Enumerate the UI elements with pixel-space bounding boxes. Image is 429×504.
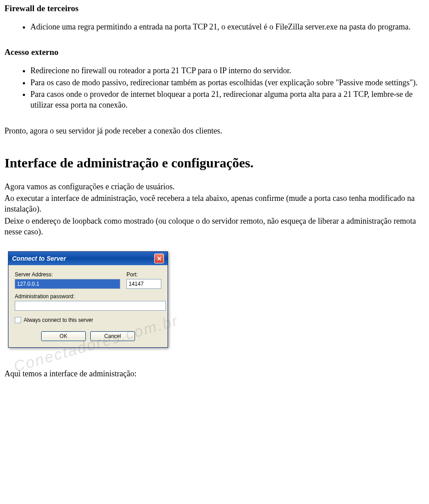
connect-dialog: Connect to Server ✕ Server Address: Port…: [8, 251, 168, 348]
list-item: Para os caso de modo passivo, redirecion…: [30, 77, 425, 88]
list-item: Para casos onde o provedor de internet b…: [30, 89, 425, 111]
ok-button[interactable]: OK: [41, 331, 86, 341]
list-item: Adicione uma regra permitindo a entrada …: [30, 21, 425, 32]
paragraph-config-3: Deixe o endereço de loopback como mostra…: [4, 216, 425, 237]
heading-acesso-externo: Acesso externo: [4, 47, 425, 57]
bullet-list-acesso: Redirecione no firewall ou roteador a po…: [4, 65, 425, 110]
list-item: Redirecione no firewall ou roteador a po…: [30, 65, 425, 76]
paragraph-config-2: Ao executar a interface de administração…: [4, 193, 425, 215]
bullet-list-firewall: Adicione uma regra permitindo a entrada …: [4, 21, 425, 32]
dialog-screenshot: Connect to Server ✕ Server Address: Port…: [8, 251, 168, 348]
always-connect-checkbox[interactable]: [15, 317, 21, 323]
heading-interface-admin: Interface de administração e configuraçõ…: [4, 155, 425, 171]
dialog-title: Connect to Server: [12, 255, 66, 262]
cancel-button[interactable]: Cancel: [90, 331, 135, 341]
close-button[interactable]: ✕: [154, 254, 164, 263]
always-connect-label: Always connect to this server: [24, 317, 93, 323]
admin-password-label: Administration password:: [15, 293, 161, 300]
dialog-titlebar: Connect to Server ✕: [8, 252, 168, 265]
admin-password-input[interactable]: [15, 301, 166, 311]
paragraph-after-dialog: Aqui temos a interface de administração:: [4, 368, 425, 379]
dialog-body: Server Address: Port: Administration pas…: [8, 265, 168, 347]
close-icon: ✕: [157, 255, 162, 262]
port-label: Port:: [126, 271, 161, 278]
port-input[interactable]: [126, 279, 161, 289]
paragraph-config-1: Agora vamos as configurações e criação d…: [4, 181, 425, 192]
heading-firewall-terceiros: Firewall de terceiros: [4, 4, 425, 13]
server-address-input[interactable]: [15, 279, 120, 289]
paragraph-ready: Pronto, agora o seu servidor já pode rec…: [4, 125, 425, 136]
server-address-label: Server Address:: [15, 271, 120, 278]
